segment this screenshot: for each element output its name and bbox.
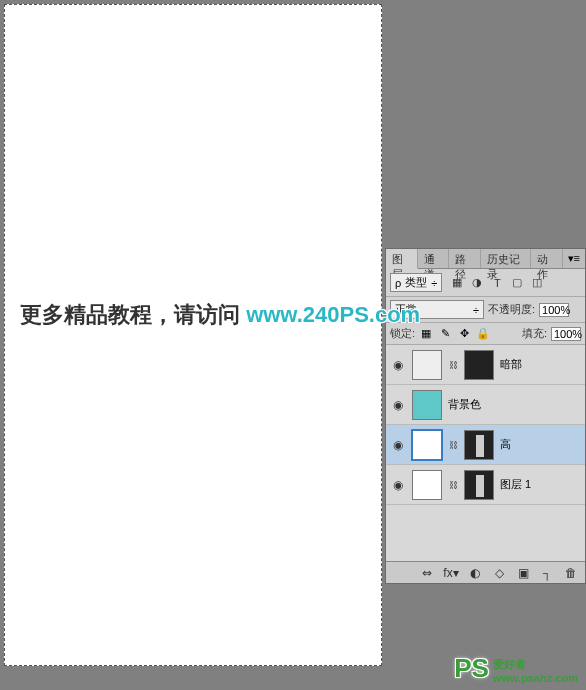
group-icon[interactable]: ▣ bbox=[515, 565, 531, 581]
layer-name-label[interactable]: 高 bbox=[500, 437, 511, 452]
chevron-down-icon: ÷ bbox=[431, 277, 437, 289]
new-layer-icon[interactable]: ┐ bbox=[539, 565, 555, 581]
filter-pixel-icon[interactable]: ▦ bbox=[450, 276, 464, 290]
tab-layers[interactable]: 图层 bbox=[386, 249, 418, 269]
layer-mask-thumbnail[interactable] bbox=[464, 430, 494, 460]
layer-row[interactable]: ◉ 背景色 bbox=[386, 385, 585, 425]
mask-link-icon[interactable]: ⛓ bbox=[448, 440, 458, 450]
lock-transparent-icon[interactable]: ▦ bbox=[419, 327, 433, 341]
layer-filter-bar: ρ 类型 ÷ ▦ ◑ T ▢ ◫ bbox=[386, 269, 585, 297]
document-canvas[interactable] bbox=[4, 4, 382, 666]
badge-url: www.psahz.com bbox=[493, 672, 578, 684]
filter-kind-label: 类型 bbox=[405, 275, 427, 290]
trash-icon[interactable]: 🗑 bbox=[563, 565, 579, 581]
filter-adjustment-icon[interactable]: ◑ bbox=[470, 276, 484, 290]
panel-footer: ⇔ fx▾ ◐ ◇ ▣ ┐ 🗑 bbox=[386, 561, 585, 583]
watermark-prefix: 更多精品教程，请访问 bbox=[20, 302, 240, 327]
chevron-down-icon: ÷ bbox=[473, 304, 479, 316]
filter-type-icons: ▦ ◑ T ▢ ◫ bbox=[450, 276, 544, 290]
visibility-icon[interactable]: ◉ bbox=[390, 358, 406, 372]
mask-link-icon[interactable]: ⛓ bbox=[448, 360, 458, 370]
link-layers-icon[interactable]: ⇔ bbox=[419, 565, 435, 581]
filter-text-icon[interactable]: T bbox=[490, 276, 504, 290]
layer-thumbnail[interactable] bbox=[412, 350, 442, 380]
tab-paths[interactable]: 路径 bbox=[449, 249, 481, 268]
layer-mask-thumbnail[interactable] bbox=[464, 470, 494, 500]
layers-list: ◉ ⛓ 暗部 ◉ 背景色 ◉ ⛓ 高 ◉ ⛓ 图层 1 bbox=[386, 345, 585, 561]
opacity-label: 不透明度: bbox=[488, 302, 535, 317]
layer-thumbnail[interactable] bbox=[412, 390, 442, 420]
layer-thumbnail[interactable] bbox=[412, 470, 442, 500]
filter-shape-icon[interactable]: ▢ bbox=[510, 276, 524, 290]
fill-value[interactable]: 100% bbox=[551, 327, 581, 341]
layer-fx-icon[interactable]: fx▾ bbox=[443, 565, 459, 581]
visibility-icon[interactable]: ◉ bbox=[390, 438, 406, 452]
mask-link-icon[interactable]: ⛓ bbox=[448, 480, 458, 490]
badge-logo: PS bbox=[454, 653, 489, 684]
filter-kind-select[interactable]: ρ 类型 ÷ bbox=[390, 273, 442, 292]
lock-icons-group: ▦ ✎ ✥ 🔒 bbox=[419, 327, 490, 341]
visibility-icon[interactable]: ◉ bbox=[390, 398, 406, 412]
layer-thumbnail[interactable] bbox=[412, 430, 442, 460]
visibility-icon[interactable]: ◉ bbox=[390, 478, 406, 492]
site-badge: PS 爱好者 www.psahz.com bbox=[454, 653, 578, 684]
search-icon: ρ bbox=[395, 277, 401, 289]
watermark-url: www.240PS.com bbox=[246, 302, 420, 327]
panel-menu-button[interactable]: ▾≡ bbox=[563, 249, 585, 268]
lock-image-icon[interactable]: ✎ bbox=[438, 327, 452, 341]
layer-name-label[interactable]: 暗部 bbox=[500, 357, 522, 372]
layer-mask-thumbnail[interactable] bbox=[464, 350, 494, 380]
badge-name: 爱好者 bbox=[493, 657, 578, 672]
layer-name-label[interactable]: 图层 1 bbox=[500, 477, 531, 492]
add-mask-icon[interactable]: ◐ bbox=[467, 565, 483, 581]
watermark-text: 更多精品教程，请访问 www.240PS.com bbox=[20, 300, 420, 330]
layer-name-label[interactable]: 背景色 bbox=[448, 397, 481, 412]
layer-row[interactable]: ◉ ⛓ 高 bbox=[386, 425, 585, 465]
opacity-value[interactable]: 100% bbox=[539, 303, 569, 317]
tab-actions[interactable]: 动作 bbox=[531, 249, 563, 268]
filter-smart-icon[interactable]: ◫ bbox=[530, 276, 544, 290]
layers-panel: 图层 通道 路径 历史记录 动作 ▾≡ ρ 类型 ÷ ▦ ◑ T ▢ ◫ 正常 … bbox=[385, 248, 586, 584]
lock-all-icon[interactable]: 🔒 bbox=[476, 327, 490, 341]
layer-row[interactable]: ◉ ⛓ 图层 1 bbox=[386, 465, 585, 505]
lock-position-icon[interactable]: ✥ bbox=[457, 327, 471, 341]
panel-tabs: 图层 通道 路径 历史记录 动作 ▾≡ bbox=[386, 249, 585, 269]
layer-row[interactable]: ◉ ⛓ 暗部 bbox=[386, 345, 585, 385]
tab-history[interactable]: 历史记录 bbox=[481, 249, 531, 268]
fill-label: 填充: bbox=[522, 326, 547, 341]
adjustment-layer-icon[interactable]: ◇ bbox=[491, 565, 507, 581]
tab-channels[interactable]: 通道 bbox=[418, 249, 450, 268]
